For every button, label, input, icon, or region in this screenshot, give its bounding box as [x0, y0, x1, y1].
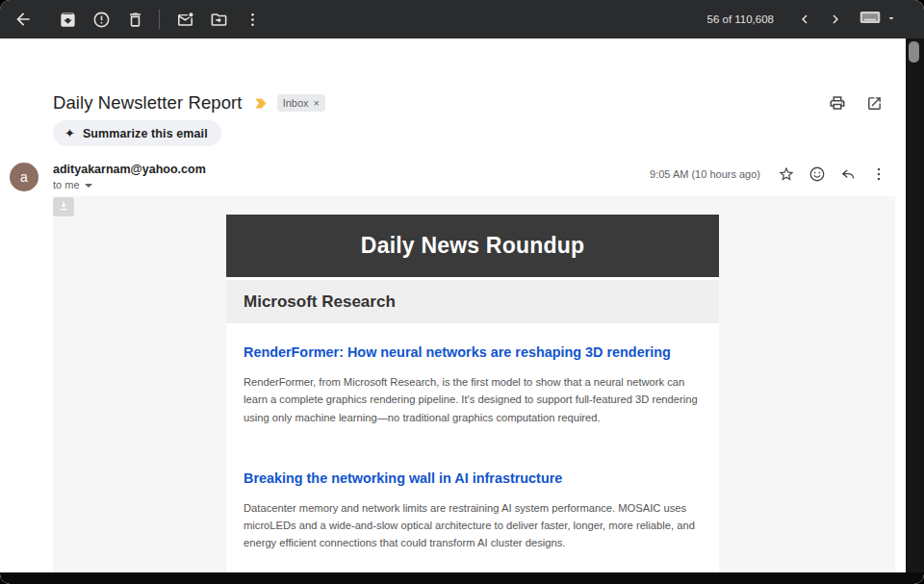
section-title: Microsoft Research	[244, 292, 396, 312]
toolbar-divider	[159, 10, 160, 29]
toolbar-right-group: 56 of 110,608	[707, 4, 924, 35]
keyboard-icon	[859, 9, 882, 30]
chevron-down-icon	[886, 11, 897, 28]
move-to-button[interactable]	[203, 4, 234, 35]
article-summary: Datacenter memory and network limits are…	[244, 499, 702, 552]
more-vert-icon	[870, 165, 887, 183]
print-button[interactable]	[825, 90, 850, 115]
scrollbar-track[interactable]	[906, 38, 924, 572]
chevron-left-icon	[796, 11, 813, 28]
star-button[interactable]	[772, 160, 801, 189]
newsletter-card: Daily News Roundup Microsoft Research Re…	[226, 215, 719, 572]
printer-icon	[829, 94, 846, 112]
email-body: Daily News Roundup Microsoft Research Re…	[53, 196, 895, 572]
reply-button[interactable]	[834, 160, 862, 189]
sender-avatar[interactable]: a	[10, 163, 38, 191]
archive-button[interactable]	[52, 4, 83, 35]
email-subject: Daily Newsletter Report	[53, 92, 243, 114]
important-marker-icon	[254, 97, 269, 110]
older-button[interactable]	[820, 4, 851, 35]
summarize-email-button[interactable]: ✦ Summarize this email	[53, 120, 221, 146]
star-icon	[778, 165, 795, 183]
article-summary: RenderFormer, from Microsoft Research, i…	[244, 373, 702, 426]
message-more-button[interactable]	[864, 160, 893, 189]
reply-icon	[839, 165, 857, 183]
message-count: 56 of 110,608	[707, 13, 775, 25]
message-actions: 9:05 AM (10 hours ago)	[650, 160, 893, 189]
add-reaction-button[interactable]	[803, 160, 832, 189]
gemini-sparkle-icon: ✦	[64, 127, 75, 140]
avatar-letter: a	[20, 169, 28, 185]
delete-button[interactable]	[119, 4, 150, 35]
newsletter-section-header: Microsoft Research	[226, 280, 719, 323]
more-vert-icon	[244, 11, 262, 29]
article-link[interactable]: RenderFormer: How neural networks are re…	[244, 343, 702, 361]
toolbar-left-group	[0, 4, 270, 35]
report-spam-button[interactable]	[86, 4, 116, 35]
open-in-new-icon	[866, 95, 883, 112]
report-spam-icon	[92, 11, 111, 29]
download-icon	[58, 198, 69, 216]
input-tools-button[interactable]	[859, 9, 897, 30]
folder-move-icon	[210, 11, 228, 29]
gmail-window: 56 of 110,608 D	[0, 0, 924, 584]
newsletter-body: RenderFormer: How neural networks are re…	[226, 323, 719, 572]
newer-button[interactable]	[789, 4, 820, 35]
remove-label-icon[interactable]: ×	[314, 97, 320, 109]
inbox-label: Inbox	[283, 97, 309, 109]
to-label: to me	[53, 179, 80, 190]
back-button[interactable]	[8, 4, 38, 35]
open-in-new-window-button[interactable]	[861, 90, 886, 115]
mark-unread-button[interactable]	[169, 4, 200, 35]
download-image-button[interactable]	[53, 197, 74, 216]
chevron-right-icon	[827, 11, 844, 28]
newsletter-header: Daily News Roundup	[226, 215, 719, 277]
emoji-smile-icon	[808, 165, 826, 183]
email-toolbar: 56 of 110,608	[0, 0, 924, 38]
article-link[interactable]: Breaking the networking wall in AI infra…	[244, 470, 702, 487]
mail-unread-icon	[176, 11, 194, 29]
trash-icon	[126, 11, 144, 29]
summarize-label: Summarize this email	[83, 127, 208, 140]
arrow-left-icon	[13, 10, 33, 29]
email-view: Daily Newsletter Report Inbox ×	[0, 38, 906, 572]
recipient-details-toggle[interactable]: to me	[53, 179, 92, 190]
archive-icon	[59, 11, 77, 29]
article-item: RenderFormer: How neural networks are re…	[244, 343, 702, 426]
subject-actions	[825, 90, 886, 115]
scrollbar-thumb[interactable]	[909, 41, 919, 63]
inbox-label-chip[interactable]: Inbox ×	[277, 94, 325, 112]
subject-row: Daily Newsletter Report Inbox ×	[53, 89, 886, 116]
more-options-button[interactable]	[237, 4, 268, 35]
window-bottom-edge	[0, 572, 924, 584]
newsletter-title: Daily News Roundup	[361, 233, 584, 259]
article-item: Breaking the networking wall in AI infra…	[244, 470, 702, 552]
sender-email: adityakarnam@yahoo.com	[53, 163, 206, 176]
chevron-down-icon	[85, 184, 92, 188]
timestamp: 9:05 AM (10 hours ago)	[650, 168, 760, 180]
